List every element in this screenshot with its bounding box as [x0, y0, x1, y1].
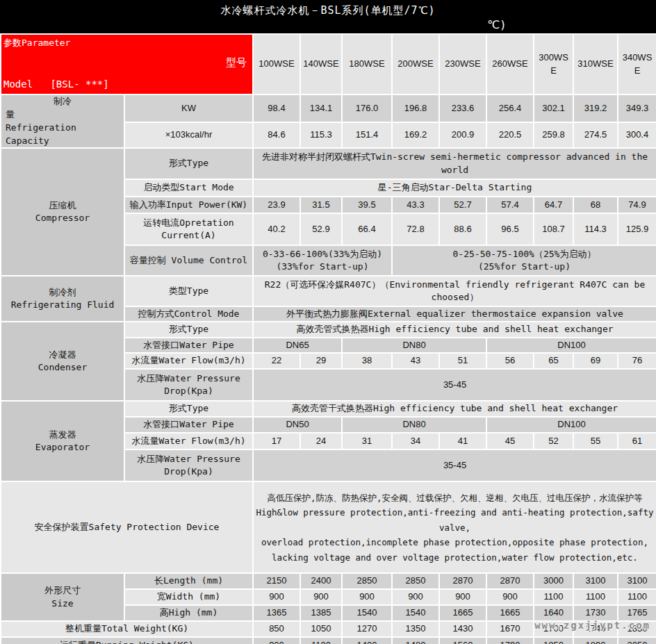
condenser-water-flow-label: 水流量Water Flow(m3/h) — [124, 353, 253, 369]
safety-protection-value-0: 高低压保护,防冻、防热保护,安全阀、过载保护、欠相、逆相、欠电压、过电压保护，水… — [253, 481, 656, 573]
condenser-pressure-drop-label: 水压降Water Pressure Drop(Kpa) — [124, 369, 253, 401]
model-header-140wse: 140WSE — [300, 34, 342, 94]
control-mode-label: 控制方式Control Mode — [124, 306, 253, 322]
category-refrigeration-capacity-line-0: 制冷 — [3, 95, 122, 108]
running-weight-value-3: 1480 — [392, 637, 439, 644]
model-header-300wse: 300WSE — [534, 34, 573, 94]
page-title-overflow: ℃) — [487, 18, 507, 31]
size-high-value-6: 1640 — [534, 605, 573, 621]
condenser-water-flow-value-1: 29 — [300, 353, 342, 369]
category-refrigerating-fluid: 制冷剂Refrigerating Fluid — [1, 276, 124, 322]
refrigeration-kw-value-3: 196.8 — [392, 94, 439, 122]
row-compressor-type: 压缩机Compressor形式Type先进非对称半封闭双螺杆式Twin-scre… — [1, 148, 656, 179]
evaporator-water-pipe-value-2: DN100 — [486, 417, 656, 433]
size-high-value-5: 1665 — [486, 605, 534, 621]
evaporator-water-flow-value-1: 24 — [300, 433, 342, 449]
condenser-type-value-0: 高效壳管式换热器High efficiency tube and shell h… — [253, 322, 656, 338]
category-evaporator: 蒸发器Evaporator — [1, 401, 124, 481]
category-condenser: 冷凝器Condenser — [1, 322, 124, 401]
refrigeration-kw-value-7: 319.2 — [573, 94, 618, 122]
row-evaporator-type: 蒸发器Evaporator形式Type高效壳管干式换热器High efficie… — [1, 401, 656, 417]
model-header-180wse: 180WSE — [342, 34, 392, 94]
row-model-header: 参数Parameter型号Model [BSL- ***]100WSE140WS… — [1, 34, 656, 94]
evaporator-water-flow-value-6: 52 — [534, 433, 573, 449]
total-weight-value-2: 1270 — [342, 621, 392, 637]
category-size-line-0: 外形尺寸 — [3, 584, 122, 597]
model-header-230wse: 230WSE — [439, 34, 486, 94]
evaporator-water-flow-value-5: 45 — [486, 433, 534, 449]
category-refrigerating-fluid-line-0: 制冷剂 — [3, 286, 122, 299]
refrigeration-kcal-value-8: 300.4 — [618, 122, 656, 149]
total-weight-value-1: 1050 — [300, 621, 342, 637]
size-width-value-0: 900 — [253, 589, 300, 605]
size-high-label: 高High (mm) — [124, 605, 253, 621]
refrigerant-type-value-0: R22（可选环保冷媒R407C）（Environmental friendly … — [253, 276, 656, 306]
size-width-value-5: 900 — [486, 589, 534, 605]
running-weight-value-5: 1790 — [486, 637, 534, 644]
size-width-value-3: 900 — [392, 589, 439, 605]
spec-sheet: 水冷螺杆式冷水机－BSL系列(单机型/7℃) ℃) 参数Parameter型号M… — [0, 0, 656, 644]
model-header-100wse: 100WSE — [253, 34, 300, 94]
size-width-value-2: 900 — [342, 589, 392, 605]
evaporator-water-flow-label: 水流量Water Flow(m3/h) — [124, 433, 253, 449]
model-header-260wse: 260WSE — [486, 34, 534, 94]
total-weight-value-0: 850 — [253, 621, 300, 637]
evaporator-pressure-drop-label: 水压降Water Pressure Drop(Kpa) — [124, 449, 253, 481]
safety-protection-label: 安全保护装置Safety Protection Device — [1, 481, 253, 573]
row-running-weight: 运行重量Running Weight(KG)900110014001480156… — [1, 637, 656, 644]
row-safety-protection: 安全保护装置Safety Protection Device高低压保护,防冻、防… — [1, 481, 656, 573]
category-condenser-line-1: Condenser — [3, 361, 122, 374]
refrigeration-kcal-value-6: 259.8 — [534, 122, 573, 149]
input-power-value-5: 57.4 — [486, 197, 534, 213]
control-mode-value-0: 外平衡式热力膨胀阀External equalizer thermostaice… — [253, 306, 656, 322]
evaporator-water-flow-value-0: 17 — [253, 433, 300, 449]
volume-control-value-0: 0-33-66-100%(33%为启动) (33%for Start-up) — [253, 245, 392, 276]
operation-current-value-3: 72.8 — [392, 213, 439, 245]
category-size-line-1: Size — [3, 597, 122, 611]
running-weight-value-2: 1400 — [342, 637, 392, 644]
size-width-value-6: 1100 — [534, 589, 573, 605]
size-length-value-6: 3000 — [534, 573, 573, 589]
refrigeration-kw-value-4: 233.6 — [439, 94, 486, 122]
input-power-value-8: 74.9 — [618, 197, 656, 213]
size-high-value-3: 1540 — [392, 605, 439, 621]
operation-current-value-7: 114.3 — [573, 213, 618, 245]
start-mode-value-0: 星-三角启动Star-Delta Starting — [253, 179, 656, 197]
evaporator-type-value-0: 高效壳管干式换热器High efficiency tube and shell … — [253, 401, 656, 417]
category-refrigeration-capacity-line-2: Refrigeration Capacity — [3, 122, 122, 148]
running-weight-value-8: 2050 — [618, 637, 656, 644]
evaporator-water-flow-value-4: 41 — [439, 433, 486, 449]
refrigeration-kcal-value-0: 84.6 — [253, 122, 300, 149]
condenser-water-flow-value-2: 38 — [342, 353, 392, 369]
input-power-value-2: 39.5 — [342, 197, 392, 213]
running-weight-value-7: 1890 — [573, 637, 618, 644]
size-width-value-4: 900 — [439, 589, 486, 605]
input-power-label: 输入功率Input Power(KW) — [124, 197, 253, 213]
category-evaporator-line-1: Evaporator — [3, 441, 122, 454]
total-weight-value-5: 1670 — [486, 621, 534, 637]
condenser-water-flow-value-3: 43 — [392, 353, 439, 369]
operation-current-label: 运转电流Opretation Current(A) — [124, 213, 253, 245]
evaporator-type-label: 形式Type — [124, 401, 253, 417]
parameter-label: 参数Parameter — [1, 35, 252, 50]
category-compressor: 压缩机Compressor — [1, 148, 124, 276]
category-evaporator-line-0: 蒸发器 — [3, 429, 122, 442]
size-high-value-1: 1385 — [300, 605, 342, 621]
evaporator-water-flow-value-3: 34 — [392, 433, 439, 449]
category-compressor-line-1: Compressor — [3, 212, 122, 225]
size-high-value-8: 1765 — [618, 605, 656, 621]
row-condenser-type: 冷凝器Condenser形式Type高效壳管式换热器High efficienc… — [1, 322, 656, 338]
input-power-value-4: 52.7 — [439, 197, 486, 213]
input-power-value-7: 68 — [573, 197, 618, 213]
volume-control-label: 容量控制 Volume Control — [124, 245, 253, 276]
category-refrigeration-capacity: 制冷量Refrigeration Capacity — [1, 94, 124, 148]
condenser-water-flow-value-6: 65 — [534, 353, 573, 369]
size-length-value-7: 3100 — [573, 573, 618, 589]
watermark: www.zgxjjypt.com — [534, 620, 650, 631]
running-weight-value-6: 1850 — [534, 637, 573, 644]
size-length-value-4: 2870 — [439, 573, 486, 589]
evaporator-water-pipe-value-0: DN50 — [253, 417, 342, 433]
category-condenser-line-0: 冷凝器 — [3, 349, 122, 362]
category-size: 外形尺寸Size — [1, 573, 124, 621]
size-high-value-7: 1730 — [573, 605, 618, 621]
